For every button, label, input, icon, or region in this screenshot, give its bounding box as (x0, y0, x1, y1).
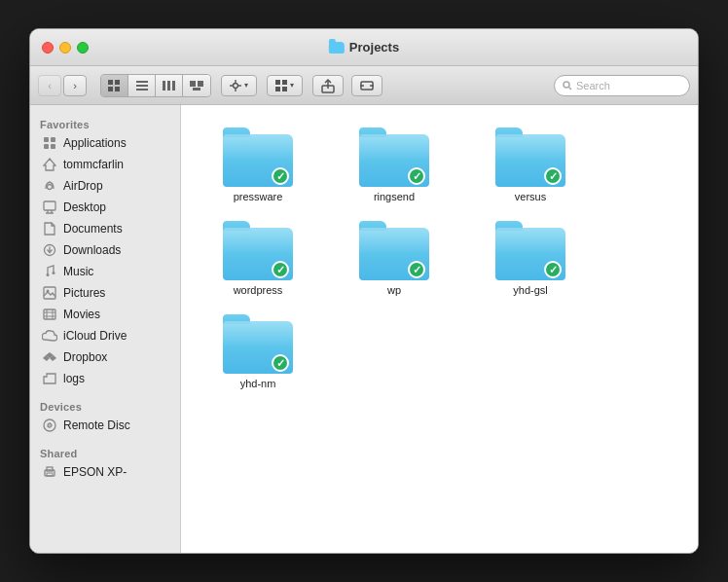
sidebar-item-dropbox[interactable]: Dropbox (32, 346, 178, 368)
svg-point-41 (47, 273, 50, 276)
home-icon (42, 157, 57, 172)
close-button[interactable] (42, 42, 54, 54)
music-icon (42, 264, 57, 279)
movies-icon (42, 307, 57, 322)
view-list-button[interactable] (128, 75, 156, 96)
window-title: Projects (329, 40, 399, 55)
svg-rect-4 (136, 81, 148, 83)
folder-item-pressware[interactable]: ✓ pressware (204, 128, 311, 202)
svg-rect-12 (193, 88, 200, 91)
svg-point-34 (48, 185, 53, 190)
grid-icon (275, 80, 287, 91)
action-button[interactable]: ▾ (221, 75, 257, 96)
traffic-lights (42, 42, 89, 54)
fullscreen-button[interactable] (351, 75, 382, 96)
sidebar-item-logs[interactable]: logs (32, 368, 178, 389)
downloads-label: Downloads (63, 243, 121, 257)
desktop-label: Desktop (63, 200, 106, 214)
titlebar: Projects (30, 29, 698, 66)
forward-button[interactable]: › (63, 75, 87, 96)
folder-icon-yhd-nm: ✓ (223, 315, 293, 374)
sidebar-item-tommc[interactable]: tommcfarlin (32, 154, 178, 175)
view-buttons (100, 74, 211, 97)
search-box[interactable]: Search (554, 75, 690, 96)
sidebar-item-downloads[interactable]: Downloads (32, 239, 178, 261)
folder-item-ringsend[interactable]: ✓ ringsend (341, 128, 448, 202)
svg-marker-33 (44, 159, 55, 170)
sidebar-item-remotedisc[interactable]: Remote Disc (32, 415, 178, 436)
folder-name: versus (515, 191, 546, 202)
folder-item-wp[interactable]: ✓ wp (341, 222, 448, 296)
folder-grid: ✓ pressware ✓ ringsend ✓ ve (197, 121, 682, 397)
icloud-label: iCloud Drive (63, 329, 127, 343)
sidebar-item-airdrop[interactable]: AirDrop (32, 175, 178, 197)
svg-rect-29 (44, 137, 49, 142)
view-cover-button[interactable] (183, 75, 210, 96)
fullscreen-icon (360, 80, 374, 91)
svg-point-27 (564, 82, 569, 88)
svg-rect-3 (115, 87, 120, 91)
sidebar-item-applications[interactable]: Applications (32, 132, 178, 154)
pictures-icon (42, 285, 57, 301)
svg-rect-0 (108, 80, 113, 85)
maximize-button[interactable] (77, 42, 89, 54)
sidebar-item-music[interactable]: Music (32, 261, 178, 282)
folder-icon-ringsend: ✓ (359, 128, 429, 187)
svg-point-13 (234, 83, 238, 88)
grid-view-button[interactable]: ▾ (267, 75, 303, 96)
share-button[interactable] (312, 75, 344, 96)
svg-rect-30 (51, 137, 55, 142)
sync-badge: ✓ (272, 167, 289, 185)
remotedisc-label: Remote Disc (63, 418, 130, 432)
sync-badge: ✓ (408, 167, 425, 185)
logs-icon (42, 371, 57, 386)
sidebar-item-pictures[interactable]: Pictures (32, 282, 178, 304)
nav-buttons: ‹ › (38, 75, 87, 96)
title-text: Projects (349, 40, 399, 55)
sidebar-item-epson[interactable]: EPSON XP- (32, 461, 178, 483)
main-area: Favorites Applications tommcfarlin AirDr… (30, 105, 698, 553)
svg-rect-2 (108, 87, 113, 91)
folder-item-wordpress[interactable]: ✓ wordpress (204, 222, 311, 296)
svg-rect-14 (235, 80, 236, 83)
sidebar-item-documents[interactable]: Documents (32, 218, 178, 239)
logs-label: logs (63, 372, 85, 385)
folder-item-versus[interactable]: ✓ versus (477, 128, 584, 202)
icon-view-icon (108, 80, 122, 91)
folder-item-yhd-nm[interactable]: ✓ yhd-nm (204, 315, 311, 389)
svg-rect-32 (51, 144, 55, 149)
downloads-icon (42, 242, 57, 258)
documents-label: Documents (63, 222, 123, 236)
svg-rect-20 (275, 87, 280, 91)
forward-icon: › (73, 80, 77, 91)
shared-label: Shared (30, 442, 180, 461)
svg-rect-18 (275, 80, 280, 85)
epson-label: EPSON XP- (63, 465, 127, 479)
folder-icon-yhd-gsl: ✓ (495, 222, 565, 280)
list-view-icon (136, 81, 148, 91)
svg-rect-21 (282, 87, 287, 91)
tommc-label: tommcfarlin (63, 158, 124, 171)
view-icon-button[interactable] (101, 75, 128, 96)
minimize-button[interactable] (59, 42, 71, 54)
folder-name: wp (387, 284, 401, 296)
sidebar-item-desktop[interactable]: Desktop (32, 197, 178, 218)
sidebar-item-icloud[interactable]: iCloud Drive (32, 325, 178, 346)
favorites-label: Favorites (30, 113, 180, 132)
svg-rect-11 (198, 81, 203, 87)
sync-badge: ✓ (544, 167, 562, 185)
applications-icon (42, 135, 57, 151)
svg-rect-58 (47, 473, 53, 476)
sidebar-item-movies[interactable]: Movies (32, 304, 178, 325)
svg-rect-17 (238, 85, 241, 86)
folder-item-yhd-gsl[interactable]: ✓ yhd-gsl (477, 222, 584, 296)
folder-icon-versus: ✓ (495, 128, 565, 187)
toolbar: ‹ › (30, 66, 698, 105)
sync-badge: ✓ (272, 261, 289, 278)
folder-name: yhd-nm (240, 378, 276, 389)
back-button[interactable]: ‹ (38, 75, 61, 96)
svg-point-55 (49, 424, 51, 426)
view-col-button[interactable] (156, 75, 183, 96)
folder-name: ringsend (374, 191, 415, 202)
finder-window: Projects ‹ › (29, 28, 699, 554)
